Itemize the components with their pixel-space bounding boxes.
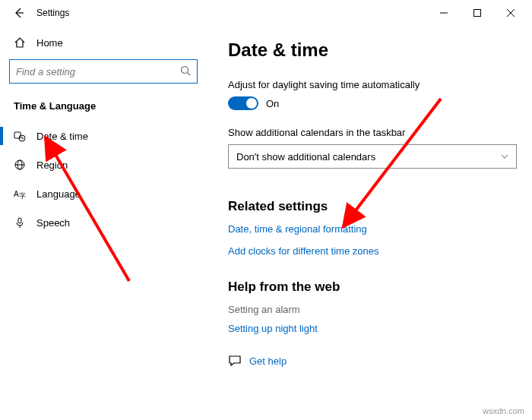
date-time-icon [14,130,26,142]
related-heading: Related settings [228,199,524,214]
app-title: Settings [36,8,69,18]
sidebar-item-label: Speech [36,217,70,229]
sidebar-item-language[interactable]: A字 Language [9,182,198,206]
sidebar-item-label: Date & time [36,131,88,142]
globe-icon [14,159,26,171]
search-icon [180,65,191,78]
svg-text:字: 字 [19,192,26,200]
minimize-icon [440,9,448,17]
svg-rect-2 [474,10,481,17]
sidebar-item-label: Region [36,159,68,171]
sidebar-section-title: Time & Language [14,100,198,112]
watermark: wsxdn.com [483,406,524,415]
minimize-button[interactable] [427,2,461,24]
content-area: Date & time Adjust for daylight saving t… [207,26,532,420]
svg-line-6 [188,72,191,75]
help-muted-text: Setting an alarm [228,304,524,315]
sidebar-item-label: Language [36,188,81,200]
svg-text:A: A [14,190,19,198]
home-icon [14,36,26,49]
arrow-left-icon [13,7,25,19]
toggle-state-label: On [266,98,279,109]
daylight-label: Adjust for daylight saving time automati… [228,79,524,90]
maximize-button[interactable] [461,2,494,24]
daylight-toggle[interactable] [228,96,258,110]
calendars-dropdown[interactable]: Don't show additional calendars [228,144,517,169]
search-box[interactable] [9,59,198,84]
svg-line-10 [22,138,24,139]
svg-point-5 [182,66,188,73]
dropdown-value: Don't show additional calendars [236,151,375,163]
chevron-down-icon [501,151,508,163]
page-title: Date & time [228,39,524,61]
maximize-icon [473,9,481,17]
calendars-label: Show additional calendars in the taskbar [228,127,524,138]
sidebar-home[interactable]: Home [9,30,198,59]
link-get-help[interactable]: Get help [249,355,287,367]
sidebar-item-date-time[interactable]: Date & time [9,124,198,148]
link-night-light[interactable]: Setting up night light [228,323,524,334]
link-regional-formatting[interactable]: Date, time & regional formatting [228,223,524,235]
microphone-icon [14,216,26,229]
sidebar-home-label: Home [36,37,63,49]
svg-rect-7 [14,132,21,138]
help-heading: Help from the web [228,279,524,295]
sidebar-item-region[interactable]: Region [9,153,198,177]
titlebar: Settings [0,0,532,26]
svg-rect-16 [18,218,21,223]
link-add-clocks[interactable]: Add clocks for different time zones [228,245,524,257]
search-input[interactable] [16,66,180,77]
close-icon [507,9,515,17]
chat-bubble-icon [228,354,242,368]
back-button[interactable] [12,6,26,20]
close-button[interactable] [494,2,527,24]
sidebar: Home Time & Language Date & time Region … [0,26,207,420]
language-icon: A字 [14,188,26,200]
sidebar-item-speech[interactable]: Speech [9,210,198,235]
